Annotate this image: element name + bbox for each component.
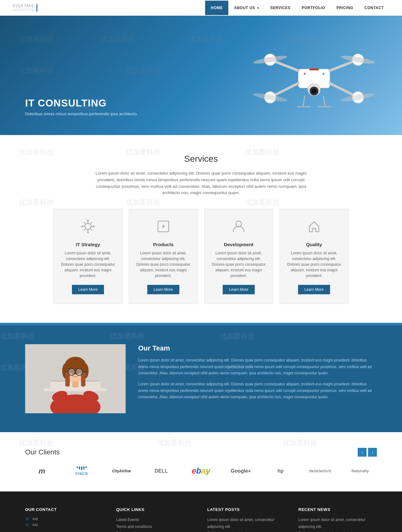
clients-next-btn[interactable]: › [368,448,377,457]
footer-post-2: Pellentesque et pulvinar enim. [207,530,286,532]
clients-prev-btn[interactable]: ‹ [358,448,367,457]
services-section: 优加星科技 优加星科技 优加星科技 优加星科技 优加星科技 优加星科技 Serv… [0,135,402,323]
footer-columns: Our Contact ☏ xxx ☏ xxx Quick Links Late… [25,507,377,532]
wm-c1: 优加星科技 [19,438,53,448]
card-3-desc: Lorem ipsum dolor sit amet, consectetur … [211,250,267,279]
nav-item-services[interactable]: SERVICES [264,1,296,15]
svg-rect-26 [81,225,83,227]
service-card-development: Development Lorem ipsum dolor sit amet, … [204,209,273,304]
team-title: Our Team [138,344,377,352]
svg-point-3 [312,89,317,94]
client-logo-ingenious: INGENIOUS [304,469,337,473]
svg-point-23 [85,223,91,230]
client-logo-hp: hp [264,468,297,474]
watermark-1: 优加星科技 [19,35,53,44]
hero-title: IT CONSULTING [25,97,138,109]
team-image [25,344,126,413]
wm-t1: 优加星科技 [0,332,35,341]
card-3-learn-btn[interactable]: Learn More [223,285,254,294]
clients-navigation: ‹ › [358,448,377,457]
brand-logo[interactable]: OVERTAKE consulting [13,4,37,12]
about-dropdown-arrow: ▾ [257,6,259,10]
watermark-3: 优加星科技 [188,35,223,44]
card-4-desc: Lorem ipsum dolor sit amet, consectetur … [286,250,342,279]
footer-contact: Our Contact ☏ xxx ☏ xxx [25,507,104,532]
svg-rect-27 [93,225,95,227]
nav-item-portfolio[interactable]: PORTFOLIO [296,1,331,15]
ebay-a: a [201,466,206,475]
clients-section: 优加星科技 优加星科技 优加星科技 Our Clients ‹ › m CISC… [0,432,402,491]
svg-rect-24 [87,220,89,221]
clients-title: Our Clients [25,448,60,456]
brand-name: OVERTAKE [13,4,35,8]
svg-line-20 [323,96,325,107]
cisco-bar [77,466,78,468]
card-2-title: Products [135,242,191,247]
cisco-bars-row1 [77,466,87,470]
wm-s4: 优加星科技 [19,198,53,207]
client-logo-cityairline: CityAirline [105,469,138,473]
ebay-e: e [192,466,196,475]
person-icon [211,219,267,237]
cisco-text: CISCO [75,472,88,475]
wm-c2: 优加星科技 [157,438,192,448]
dell-circle: DELL [144,468,178,474]
svg-point-17 [304,73,306,75]
team-para2: Lorem ipsum dolor sit amet, consectetur … [138,381,377,400]
products-icon [135,219,191,237]
service-card-it-strategy: IT Strategy Lorem ipsum dolor sit amet, … [53,209,122,304]
card-3-title: Development [211,242,267,247]
gear-icon [60,219,116,237]
client-logo-cisco: CISCO [65,466,99,475]
card-2-learn-btn[interactable]: Learn More [147,285,179,294]
footer: Our Contact ☏ xxx ☏ xxx Quick Links Late… [0,491,402,532]
service-card-quality: Quality Lorem ipsum dolor sit amet, cons… [280,209,349,304]
client-logo-m: m [25,467,59,475]
nav-links: HOME ABOUT US ▾ SERVICES PORTFOLIO PRICI… [205,1,389,15]
footer-contact-title: Our Contact [25,507,104,512]
hero-text: IT CONSULTING Doloribus omnis minus temp… [25,97,138,116]
hero-section: 优加星科技 优加星科技 优加星科技 优加星科技 优加星科技 优加星科技 优加星科… [0,16,402,135]
footer-link-terms[interactable]: Terms and conditions [116,524,195,530]
card-1-title: IT Strategy [60,242,116,247]
wm-t3: 优加星科技 [220,332,254,341]
client-logos: m CISCO CityAirline DELL ebay Go [25,466,377,476]
footer-latest-posts: Latest posts Lorem ipsum dolor sit amet,… [207,507,286,532]
clients-header: Our Clients ‹ › [25,448,377,457]
watermark-6: 优加星科技 [126,66,160,75]
team-para1: Lorem ipsum dolor sit amet, consectetur … [138,357,377,376]
card-1-desc: Lorem ipsum dolor sit amet, consectetur … [60,250,116,279]
watermark-5: 优加星科技 [19,66,53,75]
footer-recent-news: Recent News Lorem ipsum dolor sit amet, … [298,507,377,532]
footer-link-privacy[interactable]: Privacy policy [116,530,195,532]
services-title: Services [25,154,377,164]
team-content: Our Team Lorem ipsum dolor sit amet, con… [138,344,377,405]
navbar: OVERTAKE consulting HOME ABOUT US ▾ SERV… [0,0,402,16]
cisco-bar [81,466,82,470]
ebay-y: y [206,466,210,475]
nav-item-about[interactable]: ABOUT US ▾ [228,1,264,15]
cisco-bar [83,466,84,470]
hero-drone-image [251,35,371,122]
svg-rect-16 [309,68,319,70]
footer-news-1: Lorem ipsum dolor sit amet, consectetur … [298,517,377,530]
card-4-learn-btn[interactable]: Learn More [298,285,330,294]
nav-item-home[interactable]: HOME [205,1,228,15]
brand-tagline: consulting [13,8,35,12]
svg-point-29 [236,221,242,227]
client-logo-ebay: ebay [184,466,218,476]
nav-item-contact[interactable]: CONTACT [359,1,389,15]
cisco-bar [85,466,87,468]
svg-line-19 [303,96,305,107]
hero-subtitle: Doloribus omnis minus temporibus perfere… [25,111,138,116]
client-logo-google: Google+ [224,468,258,474]
footer-posts-title: Latest posts [207,507,286,512]
hp-circle: hp [264,468,297,474]
blue-divider [0,323,402,325]
watermark-2: 优加星科技 [100,35,135,44]
nav-item-pricing[interactable]: PRICING [331,1,359,15]
svg-point-43 [76,368,83,375]
footer-link-latest-events[interactable]: Latest Events [116,517,195,524]
card-1-learn-btn[interactable]: Learn More [72,285,104,294]
footer-news-2: Pellentesque et pulvinar enim. [298,530,377,532]
